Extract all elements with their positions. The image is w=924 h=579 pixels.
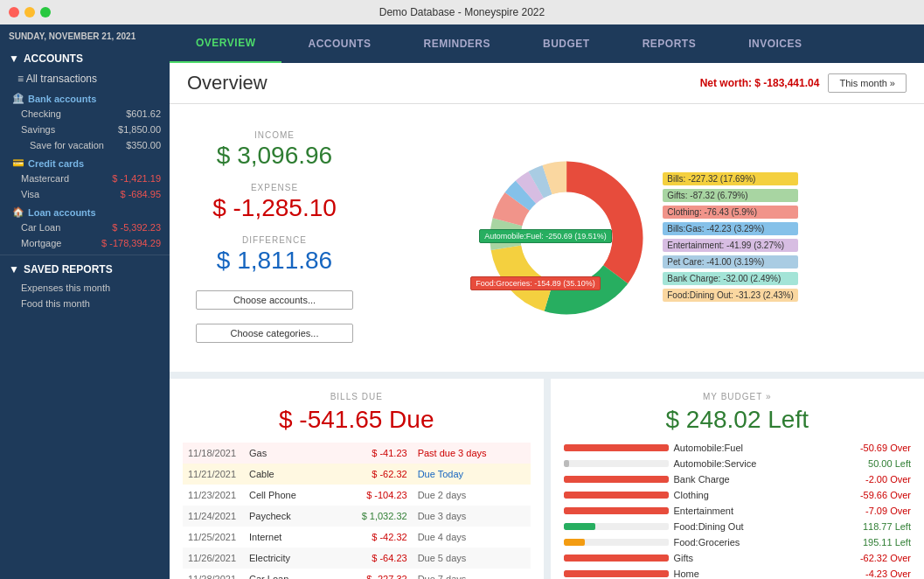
navbar: OVERVIEW ACCOUNTS REMINDERS BUDGET REPOR… (170, 24, 924, 63)
choose-accounts-button[interactable]: Choose accounts... (196, 290, 353, 310)
bills-row-1[interactable]: 11/18/2021 Gas $ -41.23 Past due 3 days (183, 443, 531, 464)
sidebar-item-all-transactions[interactable]: ≡ All transactions (0, 69, 170, 88)
difference-value: $ 1,811.86 (196, 247, 353, 275)
arrow-icon-reports: ▼ (9, 263, 19, 276)
expense-value: $ -1,285.10 (196, 194, 353, 222)
legend-item-clothing: Clothing: -76.43 (5.9%) (663, 206, 798, 219)
bills-panel-amount: $ -541.65 Due (183, 406, 531, 434)
choose-categories-button[interactable]: Choose categories... (196, 324, 353, 343)
difference-block: DIFFERENCE $ 1,811.86 (196, 235, 353, 275)
sidebar-item-expenses-month[interactable]: Expenses this month (0, 280, 170, 296)
sidebar-item-mortgage[interactable]: Mortgage $ -178,394.29 (0, 235, 170, 251)
sidebar-item-car-loan[interactable]: Car Loan $ -5,392.23 (0, 220, 170, 235)
sidebar-sub-loan-accounts: 🏠 Loan accounts (0, 202, 170, 220)
sidebar: SUNDAY, NOVEMBER 21, 2021 ▼ ACCOUNTS ≡ A… (0, 24, 170, 579)
bills-table: 11/18/2021 Gas $ -41.23 Past due 3 days … (183, 443, 531, 579)
credit-card-icon: 💳 (12, 157, 24, 169)
overview-body: INCOME $ 3,096.96 EXPENSE $ -1,285.10 DI… (170, 104, 924, 372)
budget-item-gifts: Gifts -62.32 Over (564, 553, 912, 563)
sidebar-item-food-month[interactable]: Food this month (0, 296, 170, 311)
budget-item-clothing: Clothing -59.66 Over (564, 490, 912, 500)
legend-item-gifts: Gifts: -87.32 (6.79%) (663, 189, 798, 202)
sidebar-sub-bank-accounts: 🏦 Bank accounts (0, 88, 170, 106)
nav-reports[interactable]: REPORTS (616, 24, 723, 63)
difference-label: DIFFERENCE (196, 235, 353, 245)
net-worth-value: Net worth: $ -183,441.04 (700, 77, 820, 89)
income-label: INCOME (196, 130, 353, 140)
chart-area: Automobile:Fuel: -250.69 (19.51%) Food:G… (379, 122, 907, 354)
overview-header: Overview Net worth: $ -183,441.04 This m… (170, 63, 924, 104)
net-worth-area: Net worth: $ -183,441.04 This month » (700, 73, 907, 93)
chart-legend: Bills: -227.32 (17.69%) Gifts: -87.32 (6… (663, 172, 798, 303)
sidebar-section-label: ACCOUNTS (24, 52, 83, 65)
nav-budget[interactable]: BUDGET (517, 24, 616, 63)
content-area: Overview Net worth: $ -183,441.04 This m… (170, 63, 924, 579)
bills-row-3[interactable]: 11/23/2021 Cell Phone $ -104.23 Due 2 da… (183, 485, 531, 506)
sidebar-item-mastercard[interactable]: Mastercard $ -1,421.19 (0, 171, 170, 186)
titlebar: Demo Database - Moneyspire 2022 (0, 0, 924, 24)
budget-items: Automobile:Fuel -50.69 Over Automobile:S… (564, 443, 912, 579)
sidebar-item-visa[interactable]: Visa $ -684.95 (0, 186, 170, 202)
budget-item-auto-service: Automobile:Service 50.00 Left (564, 458, 912, 469)
bills-row-7[interactable]: 11/28/2021 Car Loan $ -227.32 Due 7 days (183, 569, 531, 579)
budget-item-auto-fuel: Automobile:Fuel -50.69 Over (564, 443, 912, 453)
expense-block: EXPENSE $ -1,285.10 (196, 183, 353, 222)
legend-item-pet-care: Pet Care: -41.00 (3.19%) (663, 255, 798, 269)
window-title: Demo Database - Moneyspire 2022 (379, 6, 545, 18)
budget-item-food-dining: Food:Dining Out 118.77 Left (564, 521, 912, 532)
income-block: INCOME $ 3,096.96 (196, 130, 353, 170)
budget-item-bank-charge: Bank Charge -2.00 Over (564, 474, 912, 485)
legend-item-entertainment: Entertainment: -41.99 (3.27%) (663, 239, 798, 252)
sidebar-item-savings[interactable]: Savings $1,850.00 (0, 122, 170, 137)
bills-row-5[interactable]: 11/25/2021 Internet $ -42.32 Due 4 days (183, 527, 531, 548)
sidebar-date: SUNDAY, NOVEMBER 21, 2021 (0, 24, 170, 48)
overview-stats: INCOME $ 3,096.96 EXPENSE $ -1,285.10 DI… (187, 122, 362, 354)
sidebar-sub-credit-cards: 💳 Credit cards (0, 153, 170, 171)
bills-panel-title: BILLS DUE (183, 392, 531, 401)
legend-item-bank-charge: Bank Charge: -32.00 (2.49%) (663, 272, 798, 285)
sidebar-section-saved-reports[interactable]: ▼ SAVED REPORTS (0, 259, 170, 280)
main-content: OVERVIEW ACCOUNTS REMINDERS BUDGET REPOR… (170, 24, 924, 579)
legend-item-bills-gas: Bills:Gas: -42.23 (3.29%) (663, 222, 798, 235)
nav-overview[interactable]: OVERVIEW (170, 24, 281, 63)
income-value: $ 3,096.96 (196, 142, 353, 170)
sidebar-section-reports-label: SAVED REPORTS (24, 263, 113, 276)
maximize-button[interactable] (40, 7, 51, 17)
budget-panel: MY BUDGET » $ 248.02 Left Automobile:Fue… (551, 379, 925, 579)
legend-item-bills: Bills: -227.32 (17.69%) (663, 172, 798, 185)
minimize-button[interactable] (24, 7, 35, 17)
bottom-panels: BILLS DUE $ -541.65 Due 11/18/2021 Gas $… (170, 379, 924, 579)
nav-invoices[interactable]: INVOICES (722, 24, 828, 63)
close-button[interactable] (9, 7, 19, 17)
nav-accounts[interactable]: ACCOUNTS (281, 24, 397, 63)
expense-label: EXPENSE (196, 183, 353, 192)
bills-row-6[interactable]: 11/26/2021 Electricity $ -64.23 Due 5 da… (183, 548, 531, 569)
this-month-button[interactable]: This month » (828, 73, 907, 93)
arrow-icon: ▼ (9, 52, 19, 65)
window-controls (9, 7, 51, 17)
nav-reminders[interactable]: REMINDERS (397, 24, 517, 63)
bills-row-2[interactable]: 11/21/2021 Cable $ -62.32 Due Today (183, 464, 531, 485)
budget-item-home: Home -4.23 Over (564, 569, 912, 579)
bills-row-4[interactable]: 11/24/2021 Paycheck $ 1,032.32 Due 3 day… (183, 506, 531, 527)
bills-panel: BILLS DUE $ -541.65 Due 11/18/2021 Gas $… (170, 379, 544, 579)
page-title: Overview (187, 72, 267, 94)
legend-item-food-dining: Food:Dining Out: -31.23 (2.43%) (663, 289, 798, 302)
budget-item-entertainment: Entertainment -7.09 Over (564, 506, 912, 516)
budget-panel-title[interactable]: MY BUDGET » (564, 392, 912, 401)
bank-icon: 🏦 (12, 93, 24, 104)
sidebar-item-checking[interactable]: Checking $601.62 (0, 106, 170, 122)
budget-panel-amount: $ 248.02 Left (564, 406, 912, 434)
loan-icon: 🏠 (12, 206, 24, 218)
sidebar-section-accounts[interactable]: ▼ ACCOUNTS (0, 48, 170, 69)
budget-item-food-groceries: Food:Groceries 195.11 Left (564, 537, 912, 548)
sidebar-item-save-vacation[interactable]: Save for vacation $350.00 (0, 137, 170, 153)
